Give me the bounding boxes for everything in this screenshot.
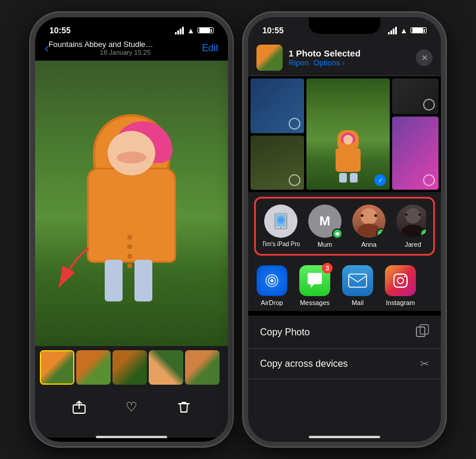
heart-button[interactable]: ♡ bbox=[118, 394, 145, 420]
share-location: Ripon bbox=[289, 58, 309, 67]
unselected-circle-2 bbox=[289, 174, 300, 186]
people-row-wrapper: Tim's iPad Pro M bbox=[254, 197, 435, 256]
share-small-photo-2[interactable] bbox=[250, 136, 304, 190]
share-photos-left bbox=[250, 78, 304, 190]
time-right: 10:55 bbox=[262, 26, 284, 35]
thumbnail-strip[interactable] bbox=[35, 346, 228, 389]
app-name-messages: Messages bbox=[300, 299, 330, 306]
action-label-copy-across: Copy across devices bbox=[260, 359, 348, 369]
mini-child-figure bbox=[333, 130, 363, 184]
time-left: 10:55 bbox=[49, 26, 71, 35]
action-label-copy-photo: Copy Photo bbox=[260, 327, 310, 338]
thumbnail-4[interactable] bbox=[149, 350, 183, 385]
bottom-toolbar: ♡ bbox=[35, 389, 228, 438]
scissors-icon: ✂ bbox=[420, 357, 429, 370]
share-options-link[interactable]: Options › bbox=[314, 58, 345, 67]
signal-icon bbox=[175, 27, 184, 34]
share-small-photo-1[interactable] bbox=[250, 78, 304, 133]
back-button[interactable]: ‹ bbox=[45, 41, 49, 55]
person-avatar-mum: M bbox=[308, 205, 342, 238]
thumbnail-5[interactable] bbox=[185, 350, 220, 385]
share-button[interactable] bbox=[66, 394, 92, 420]
app-item-instagram[interactable]: Instagram bbox=[384, 265, 417, 306]
child-body bbox=[87, 168, 176, 263]
share-close-button[interactable]: ✕ bbox=[416, 49, 433, 66]
app-name-airdrop: AirDrop bbox=[261, 299, 283, 306]
share-photo-thumbnail bbox=[256, 45, 283, 71]
person-avatar-anna bbox=[352, 205, 386, 238]
status-icons-right: ▲ bbox=[388, 26, 427, 35]
svg-rect-14 bbox=[349, 274, 367, 287]
notch-right bbox=[309, 17, 380, 34]
thumbnail-3[interactable] bbox=[112, 350, 147, 385]
share-subtitle: Ripon Options › bbox=[289, 58, 416, 67]
thumbnail-2[interactable] bbox=[76, 350, 111, 385]
svg-rect-20 bbox=[416, 327, 425, 337]
mail-icon bbox=[342, 265, 373, 296]
airdrop-icon bbox=[256, 265, 287, 296]
share-right-photo-1[interactable] bbox=[392, 78, 439, 114]
child-legs bbox=[105, 260, 152, 301]
person-avatar-jared bbox=[396, 205, 426, 238]
person-item-mum[interactable]: M Mum bbox=[307, 205, 343, 248]
person-name-tims-ipad: Tim's iPad Pro bbox=[263, 241, 300, 247]
messages-badge: 3 bbox=[322, 263, 333, 273]
svg-point-17 bbox=[404, 276, 406, 278]
person-item-tims-ipad[interactable]: Tim's iPad Pro bbox=[263, 205, 299, 248]
messages-icon: 3 bbox=[299, 265, 330, 296]
app-item-airdrop[interactable]: AirDrop bbox=[255, 265, 289, 306]
person-name-jared: Jared bbox=[405, 241, 421, 248]
app-item-mail[interactable]: Mail bbox=[341, 265, 374, 306]
battery-icon-right bbox=[411, 27, 427, 33]
main-photo bbox=[35, 61, 228, 346]
action-row-copy-across[interactable]: Copy across devices ✂ bbox=[248, 349, 441, 379]
selected-check-main: ✓ bbox=[374, 174, 386, 186]
battery-icon bbox=[198, 27, 214, 33]
share-right-photo-2[interactable] bbox=[392, 117, 439, 190]
child-figure bbox=[84, 114, 179, 304]
app-item-messages[interactable]: 3 Messages bbox=[298, 265, 331, 306]
wifi-icon-right: ▲ bbox=[400, 26, 408, 35]
action-row-copy-photo[interactable]: Copy Photo bbox=[248, 316, 441, 349]
nav-bar-left: ‹ Fountains Abbey and Studley Royal Wate… bbox=[35, 37, 228, 61]
left-phone: 10:55 ▲ ‹ bbox=[30, 12, 233, 447]
unselected-circle-4 bbox=[423, 174, 435, 186]
right-phone: 10:55 ▲ bbox=[243, 12, 446, 447]
person-item-anna[interactable]: Anna bbox=[351, 205, 387, 248]
photo-title: Fountains Abbey and Studley Royal Water … bbox=[49, 40, 156, 49]
instagram-icon bbox=[385, 265, 416, 296]
svg-point-7 bbox=[280, 219, 282, 221]
unselected-circle-3 bbox=[423, 99, 435, 111]
share-photos-strip: ✓ bbox=[248, 76, 441, 192]
svg-rect-19 bbox=[416, 327, 425, 337]
svg-point-4 bbox=[280, 227, 281, 228]
home-indicator-right bbox=[309, 436, 380, 438]
message-badge-mum bbox=[332, 228, 343, 239]
home-indicator bbox=[96, 436, 167, 438]
person-name-anna: Anna bbox=[361, 241, 377, 248]
share-main-photo[interactable]: ✓ bbox=[306, 78, 390, 190]
person-item-jared[interactable]: Jared bbox=[395, 205, 426, 248]
app-name-mail: Mail bbox=[352, 299, 364, 306]
copy-icon bbox=[416, 324, 429, 340]
person-name-mum: Mum bbox=[318, 241, 332, 248]
child-leg-right bbox=[134, 260, 152, 301]
svg-point-16 bbox=[397, 278, 403, 284]
thumbnail-1[interactable] bbox=[40, 350, 74, 385]
share-header-text: 1 Photo Selected Ripon Options › bbox=[289, 48, 416, 67]
back-chevron-icon: ‹ bbox=[45, 41, 49, 55]
apps-row: AirDrop 3 Messages bbox=[248, 260, 441, 311]
photo-date: 18 January 15:25 bbox=[49, 49, 202, 56]
action-divider-1 bbox=[248, 311, 441, 316]
status-icons-left: ▲ bbox=[175, 26, 214, 35]
person-avatar-tims-ipad bbox=[264, 205, 298, 238]
unselected-circle-1 bbox=[289, 118, 300, 130]
edit-button[interactable]: Edit bbox=[202, 43, 218, 54]
app-name-instagram: Instagram bbox=[386, 299, 415, 306]
share-title: 1 Photo Selected bbox=[289, 48, 416, 58]
share-photos-right bbox=[392, 78, 439, 190]
wifi-icon: ▲ bbox=[187, 26, 195, 35]
notch bbox=[96, 17, 167, 34]
trash-button[interactable] bbox=[171, 394, 197, 420]
child-leg-left bbox=[105, 260, 123, 301]
